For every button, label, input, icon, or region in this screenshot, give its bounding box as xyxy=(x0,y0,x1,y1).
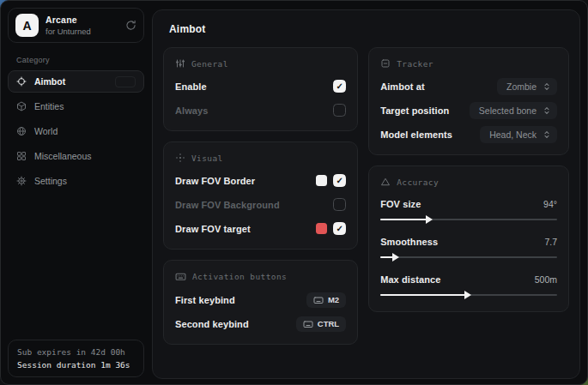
page-title: Aimbot xyxy=(169,23,569,35)
setting-row-model-elements: Model elements Head, Neck xyxy=(380,125,557,143)
gear-icon xyxy=(16,176,27,186)
general-card-header: General xyxy=(175,58,346,69)
subscription-info: Sub expires in 42d 00h Session duration … xyxy=(8,340,144,377)
fov-background-checkbox[interactable] xyxy=(333,198,346,211)
sliders-icon xyxy=(175,58,185,69)
slider-thumb[interactable] xyxy=(464,291,471,299)
card-title: Accuracy xyxy=(397,177,439,187)
slider-fill xyxy=(380,256,392,258)
sidebar-item-label: World xyxy=(34,126,58,136)
sidebar-item-world[interactable]: World xyxy=(8,120,144,142)
accuracy-card-header: Accuracy xyxy=(380,177,557,187)
always-checkbox[interactable] xyxy=(333,104,346,117)
fov-size-slider[interactable] xyxy=(380,214,557,225)
slider-thumb[interactable] xyxy=(426,215,433,224)
app-window: A Arcane for Unturned Category Aimbot xyxy=(0,0,588,385)
setting-label: Target position xyxy=(380,105,449,116)
setting-row-first-keybind: First keybind M2 xyxy=(175,291,346,309)
setting-label: Enable xyxy=(175,81,207,92)
sidebar-item-aimbot[interactable]: Aimbot xyxy=(8,70,144,93)
setting-label: Draw FOV Background xyxy=(175,200,280,210)
card-title: Tracker xyxy=(397,59,433,69)
triangle-icon xyxy=(380,177,391,187)
right-column: Tracker Aimbot at Zombie xyxy=(368,47,569,312)
tracker-card-header: Tracker xyxy=(380,58,557,69)
aimbot-at-dropdown[interactable]: Zombie xyxy=(497,78,557,95)
setting-label: Second keybind xyxy=(175,319,249,329)
category-label: Category xyxy=(16,56,136,64)
keybind-value: M2 xyxy=(328,295,339,304)
dropdown-value: Zombie xyxy=(506,81,536,92)
app-title-block: Arcane for Unturned xyxy=(45,15,91,36)
setting-label: Model elements xyxy=(380,129,452,140)
grid-icon xyxy=(16,151,27,161)
max-distance-value: 500m xyxy=(535,274,557,285)
setting-label: Max distance xyxy=(380,274,440,285)
accuracy-card: Accuracy FOV size 94° xyxy=(368,165,569,312)
setting-row-fov-target: Draw FOV target xyxy=(175,220,346,238)
max-distance-slider[interactable] xyxy=(380,290,557,300)
setting-label: Always xyxy=(175,105,209,116)
refresh-icon[interactable] xyxy=(125,20,136,31)
second-keybind-button[interactable]: CTRL xyxy=(296,316,346,332)
slider-row-max-distance: Max distance 500m xyxy=(380,272,557,300)
setting-row-always: Always xyxy=(175,101,346,119)
smoothness-slider[interactable] xyxy=(380,252,557,262)
setting-row-fov-border: Draw FOV Border xyxy=(175,171,346,189)
slider-track xyxy=(380,256,557,258)
setting-label: FOV size xyxy=(380,199,421,209)
model-elements-dropdown[interactable]: Head, Neck xyxy=(480,126,557,143)
app-subtitle: for Unturned xyxy=(45,27,91,36)
card-title: Visual xyxy=(191,153,223,163)
left-column: General Enable Always xyxy=(163,47,358,345)
setting-row-enable: Enable xyxy=(175,77,346,95)
fov-border-checkbox[interactable] xyxy=(333,174,346,187)
setting-row-aimbot-at: Aimbot at Zombie xyxy=(380,77,557,95)
setting-label: Draw FOV Border xyxy=(175,176,255,186)
keybind-value: CTRL xyxy=(318,319,339,328)
visual-card-header: Visual xyxy=(175,153,346,163)
setting-row-target-position: Target position Selected bone xyxy=(380,101,557,119)
card-title: Activation buttons xyxy=(192,272,287,281)
fov-size-value: 94° xyxy=(543,199,557,209)
enable-checkbox[interactable] xyxy=(333,80,346,93)
sidebar-item-label: Miscellaneous xyxy=(34,151,92,161)
first-keybind-button[interactable]: M2 xyxy=(306,292,346,308)
slider-row-fov-size: FOV size 94° xyxy=(380,196,557,225)
cards-layout: General Enable Always xyxy=(163,47,569,345)
sub-expiry-text: Sub expires in 42d 00h xyxy=(17,347,135,357)
smoothness-value: 7.7 xyxy=(544,237,557,247)
sidebar-item-entities[interactable]: Entities xyxy=(8,95,144,117)
dropdown-value: Selected bone xyxy=(479,105,536,116)
setting-row-fov-background: Draw FOV Background xyxy=(175,196,346,214)
setting-label: Draw FOV target xyxy=(175,224,251,234)
chevrons-up-down-icon xyxy=(543,82,551,91)
setting-label: First keybind xyxy=(175,295,235,305)
visual-card: Visual Draw FOV Border Draw FOV Backgrou… xyxy=(163,141,358,250)
sidebar: A Arcane for Unturned Category Aimbot xyxy=(1,1,151,384)
fov-target-checkbox[interactable] xyxy=(333,222,346,235)
app-logo: A xyxy=(15,14,39,37)
slider-thumb[interactable] xyxy=(392,253,399,262)
setting-label: Smoothness xyxy=(380,237,438,247)
general-card: General Enable Always xyxy=(163,47,358,131)
setting-label: Aimbot at xyxy=(380,81,425,92)
fov-target-color-swatch[interactable] xyxy=(316,223,327,234)
chevrons-up-down-icon xyxy=(543,130,551,139)
slider-fill xyxy=(380,294,465,296)
sidebar-nav: Aimbot Entities World Miscellaneous xyxy=(8,70,144,192)
dropdown-value: Head, Neck xyxy=(489,129,536,140)
globe-icon xyxy=(16,126,27,136)
scan-icon xyxy=(380,58,391,69)
sidebar-item-miscellaneous[interactable]: Miscellaneous xyxy=(8,145,144,167)
keyboard-icon xyxy=(175,271,186,282)
sidebar-item-settings[interactable]: Settings xyxy=(8,170,144,192)
target-position-dropdown[interactable]: Selected bone xyxy=(470,102,557,119)
card-title: General xyxy=(191,59,228,69)
keyboard-icon xyxy=(303,319,313,329)
slider-fill xyxy=(380,219,427,220)
fov-border-color-swatch[interactable] xyxy=(316,175,327,186)
setting-row-second-keybind: Second keybind CTRL xyxy=(175,315,346,333)
sidebar-item-label: Settings xyxy=(34,176,67,186)
keyboard-icon xyxy=(313,295,324,305)
